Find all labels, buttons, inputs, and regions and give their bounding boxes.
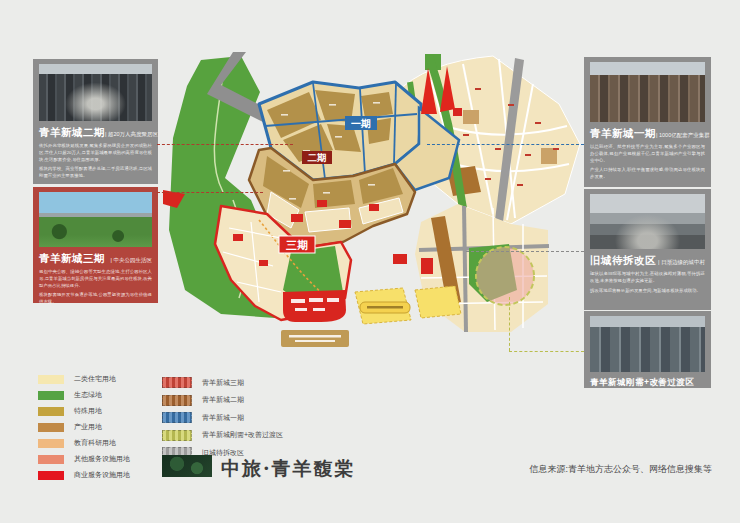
legend-item: 产业用地 xyxy=(38,422,130,432)
card-oldtown: 旧城待拆改区 | 日渐边缘的城中村 现状以老旧院落与城中村为主,基础设施相对薄弱… xyxy=(584,189,711,310)
legend-item: 特殊用地 xyxy=(38,406,130,416)
card-phase2-subtitle: | 超20万人高度聚居区 xyxy=(105,131,158,138)
legend-item: 青羊新城三期 xyxy=(162,377,283,388)
legend-swatch xyxy=(38,407,64,416)
card-phase3-body2: 板块配套随开发节奏逐步落地,公园景观资源为居住价值提供支撑。 xyxy=(39,292,152,306)
card-oldtown-body: 现状以老旧院落与城中村为主,基础设施相对薄弱,等待拆迁改造,未来将按规划逐步实施… xyxy=(590,271,705,285)
connector-phase2 xyxy=(157,144,293,145)
card-transition-title: 青羊新城刚需+改善过渡区 xyxy=(590,377,694,389)
legend-swatch xyxy=(38,471,64,480)
card-phase1: 青羊新城一期 | 1000亿配套产业集群 以总部经济、航空科技等产业为主导,聚集… xyxy=(584,57,711,187)
card-phase1-body: 以总部经济、航空科技等产业为主导,聚集多个产业园区与办公载体,规划产业规模超千亿… xyxy=(590,144,705,164)
legend-swatch xyxy=(38,423,64,432)
legend-zones: 青羊新城三期 青羊新城二期 青羊新城一期 青羊新城刚需+改善过渡区 旧城待拆改区 xyxy=(162,377,283,465)
phase3-photo xyxy=(39,192,152,247)
legend-item: 青羊新城二期 xyxy=(162,395,283,406)
legend-label: 产业用地 xyxy=(74,422,102,432)
legend-label: 教育科研用地 xyxy=(74,438,116,448)
card-phase3-title: 青羊新城三期 xyxy=(39,252,105,266)
legend-swatch xyxy=(38,375,64,384)
legend-swatch xyxy=(162,377,192,388)
legend-swatch xyxy=(38,455,64,464)
card-phase2-body2: 板块内学校、商业等配套逐步兑现,二手房流通活跃,是区域刚需置业的主要承接地。 xyxy=(39,166,152,180)
card-phase1-body2: 产业人口持续导入,职住平衡需求旺盛,带动周边居住板块同步发展。 xyxy=(590,167,705,181)
phase1-photo xyxy=(590,62,705,122)
legend-swatch xyxy=(38,439,64,448)
card-phase3-body: 规划中央公园、绿轴公园等大型生态绿地,主打公园社区人居,是青羊新城当前新房供应与… xyxy=(39,269,152,289)
card-oldtown-body2: 拆改落地后将释放新的发展空间,与新城各板块形成联动。 xyxy=(590,288,705,295)
legend-label: 青羊新城三期 xyxy=(202,378,244,388)
transition-photo xyxy=(590,316,705,372)
legend-item: 教育科研用地 xyxy=(38,438,130,448)
phase2-photo xyxy=(39,64,152,121)
project-site-highlight xyxy=(476,247,534,305)
connector-oldtown xyxy=(466,251,584,252)
legend-item: 商业服务设施用地 xyxy=(38,470,130,480)
legend-label: 特殊用地 xyxy=(74,406,102,416)
south-landmarks xyxy=(281,286,461,347)
connector-transition-horizontal xyxy=(509,351,584,352)
card-phase2-body: 依托外光华板块延线发展,聚集多家品牌房企开发的成熟社区,常住人口超20万人,是青… xyxy=(39,143,152,163)
legend-item: 青羊新城一期 xyxy=(162,412,283,423)
legend-item: 二类住宅用地 xyxy=(38,374,130,384)
legend-swatch xyxy=(162,430,192,441)
legend-swatch xyxy=(162,395,192,406)
oldtown-photo xyxy=(590,194,705,249)
legend-item: 其他服务设施用地 xyxy=(38,454,130,464)
card-phase2: 青羊新城二期 | 超20万人高度聚居区 依托外光华板块延线发展,聚集多家品牌房企… xyxy=(33,59,158,184)
map-badge-phase2-group: 二期 xyxy=(302,151,332,164)
card-phase3: 青羊新城三期 | 中央公园生活区 规划中央公园、绿轴公园等大型生态绿地,主打公园… xyxy=(33,187,158,303)
connector-transition-vertical xyxy=(509,297,510,351)
map-badge-phase3: 三期 xyxy=(286,239,308,251)
legend-item: 青羊新城刚需+改善过渡区 xyxy=(162,430,283,441)
transition-area xyxy=(393,204,549,332)
legend-label: 生态绿地 xyxy=(74,390,102,400)
legend-label: 青羊新城刚需+改善过渡区 xyxy=(202,430,283,440)
legend-label: 青羊新城二期 xyxy=(202,395,244,405)
map-badge-phase1-group: 一期 xyxy=(345,116,377,130)
brand-logo-text: 中旅·青羊馥棠 xyxy=(221,456,356,482)
legend-swatch xyxy=(162,412,192,423)
source-note: 信息来源:青羊地方志公众号、网络信息搜集等 xyxy=(529,463,712,476)
legend-label: 二类住宅用地 xyxy=(74,374,116,384)
map-badge-phase3-group: 三期 xyxy=(279,236,315,253)
connector-phase3 xyxy=(157,192,263,193)
legend-swatch xyxy=(38,391,64,400)
legend-item: 生态绿地 xyxy=(38,390,130,400)
planning-poster: 一期 二期 三期 青羊新城二期 | 超20万人高度聚居区 依托外光华板块延线发展… xyxy=(0,0,740,523)
card-phase2-title: 青羊新城二期 xyxy=(39,126,105,140)
card-phase1-title: 青羊新城一期 xyxy=(590,127,656,141)
map-badge-phase2: 二期 xyxy=(308,152,327,163)
legend-label: 商业服务设施用地 xyxy=(74,470,130,480)
connector-phase1 xyxy=(427,144,584,145)
card-phase3-subtitle: | 中央公园生活区 xyxy=(111,257,152,264)
legend-land-use: 二类住宅用地 生态绿地 特殊用地 产业用地 教育科研用地 其他服务设施用地 商业… xyxy=(38,374,130,486)
planning-map: 一期 二期 三期 xyxy=(163,52,583,372)
legend-label: 其他服务设施用地 xyxy=(74,454,130,464)
legend-label: 青羊新城一期 xyxy=(202,413,244,423)
card-oldtown-title: 旧城待拆改区 xyxy=(590,254,656,268)
card-phase1-subtitle: | 1000亿配套产业集群 xyxy=(656,132,710,139)
card-oldtown-subtitle: | 日渐边缘的城中村 xyxy=(658,259,705,266)
brand-logo-image xyxy=(162,455,212,477)
card-transition: 青羊新城刚需+改善过渡区 xyxy=(584,311,711,388)
map-badge-phase1: 一期 xyxy=(351,118,371,129)
